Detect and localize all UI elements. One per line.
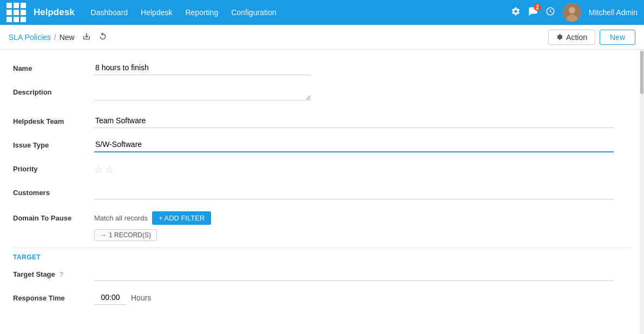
action-label: Action bbox=[566, 33, 587, 42]
match-all-text: Match all records bbox=[94, 214, 148, 222]
discard-button[interactable] bbox=[96, 31, 109, 44]
description-row: Description bbox=[13, 84, 630, 104]
name-field bbox=[94, 61, 614, 75]
avatar[interactable] bbox=[563, 3, 581, 22]
section-divider bbox=[13, 248, 630, 248]
svg-point-1 bbox=[569, 7, 575, 14]
response-time-label: Response Time bbox=[13, 290, 94, 302]
star-1[interactable]: ☆ bbox=[94, 164, 103, 176]
breadcrumb-actions bbox=[80, 31, 109, 44]
scrollbar-thumb bbox=[640, 51, 643, 94]
helpdesk-team-input[interactable] bbox=[94, 113, 614, 128]
issue-type-field bbox=[94, 137, 614, 152]
form-section: Name Description Helpdesk Team Issue Typ… bbox=[13, 61, 630, 310]
chat-icon[interactable]: 2 bbox=[528, 6, 538, 19]
issue-type-label: Issue Type bbox=[13, 137, 94, 149]
description-label: Description bbox=[13, 84, 94, 96]
app-grid-icon[interactable] bbox=[6, 3, 26, 22]
breadcrumb-bar: SLA Policies / New Action New bbox=[0, 25, 644, 50]
name-label: Name bbox=[13, 61, 94, 72]
star-2[interactable]: ☆ bbox=[105, 164, 114, 176]
helpdesk-team-field bbox=[94, 113, 614, 128]
new-button[interactable]: New bbox=[600, 30, 635, 45]
response-time-input[interactable] bbox=[94, 290, 127, 305]
main-content: Name Description Helpdesk Team Issue Typ… bbox=[0, 50, 644, 334]
breadcrumb-parent[interactable]: SLA Policies bbox=[9, 33, 51, 42]
customers-row: Customers bbox=[13, 185, 630, 204]
nav-reporting[interactable]: Reporting bbox=[180, 6, 224, 19]
top-nav: Helpdesk Dashboard Helpdesk Reporting Co… bbox=[0, 0, 644, 25]
response-time-row: Response Time Hours bbox=[13, 290, 630, 310]
records-badge-container: → 1 RECORD(S) bbox=[94, 229, 614, 241]
target-stage-field bbox=[94, 266, 614, 281]
app-name[interactable]: Helpdesk bbox=[34, 7, 75, 18]
customers-label: Customers bbox=[13, 185, 94, 197]
breadcrumb-current: New bbox=[60, 33, 75, 42]
nav-helpdesk[interactable]: Helpdesk bbox=[135, 6, 178, 19]
helpdesk-team-label: Helpdesk Team bbox=[13, 113, 94, 125]
nav-configuration[interactable]: Configuration bbox=[226, 6, 281, 19]
scrollbar[interactable] bbox=[640, 50, 644, 334]
priority-label: Priority bbox=[13, 161, 94, 173]
admin-name[interactable]: Mitchell Admin bbox=[589, 8, 638, 17]
target-stage-input[interactable] bbox=[94, 266, 614, 281]
action-button[interactable]: Action bbox=[548, 30, 595, 45]
records-badge[interactable]: → 1 RECORD(S) bbox=[94, 229, 157, 241]
domain-to-pause-row: Domain To Pause Match all records + ADD … bbox=[13, 209, 630, 241]
response-time-field: Hours bbox=[94, 290, 614, 305]
name-input[interactable] bbox=[94, 61, 311, 75]
settings-icon[interactable] bbox=[511, 6, 521, 19]
customers-input[interactable] bbox=[94, 185, 614, 199]
arrow-icon: → bbox=[100, 231, 107, 239]
help-icon[interactable]: ? bbox=[59, 270, 63, 278]
domain-controls: Match all records + ADD FILTER bbox=[94, 211, 614, 225]
issue-type-row: Issue Type bbox=[13, 137, 630, 157]
nav-dashboard[interactable]: Dashboard bbox=[86, 6, 134, 19]
chat-badge: 2 bbox=[534, 4, 541, 11]
breadcrumb-separator: / bbox=[54, 33, 56, 42]
add-filter-button[interactable]: + ADD FILTER bbox=[152, 211, 211, 225]
issue-type-input[interactable] bbox=[94, 137, 614, 152]
target-stage-label: Target Stage ? bbox=[13, 266, 94, 278]
domain-to-pause-field: Match all records + ADD FILTER → 1 RECOR… bbox=[94, 209, 614, 241]
description-input[interactable] bbox=[94, 84, 311, 101]
priority-stars: ☆ ☆ bbox=[94, 161, 614, 176]
helpdesk-team-row: Helpdesk Team bbox=[13, 113, 630, 133]
target-stage-row: Target Stage ? bbox=[13, 266, 630, 286]
domain-to-pause-label: Domain To Pause bbox=[13, 209, 94, 222]
clock-icon[interactable] bbox=[546, 6, 555, 19]
hours-label: Hours bbox=[131, 293, 151, 302]
target-section-title: TARGET bbox=[13, 253, 630, 261]
records-count: 1 RECORD(S) bbox=[109, 231, 151, 239]
priority-field: ☆ ☆ bbox=[94, 161, 614, 176]
nav-links: Dashboard Helpdesk Reporting Configurati… bbox=[86, 6, 511, 19]
nav-right-actions: 2 Mitchell Admin bbox=[511, 3, 638, 22]
customers-field bbox=[94, 185, 614, 199]
name-row: Name bbox=[13, 61, 630, 80]
description-field bbox=[94, 84, 614, 102]
save-manually-button[interactable] bbox=[80, 31, 93, 44]
priority-row: Priority ☆ ☆ bbox=[13, 161, 630, 181]
